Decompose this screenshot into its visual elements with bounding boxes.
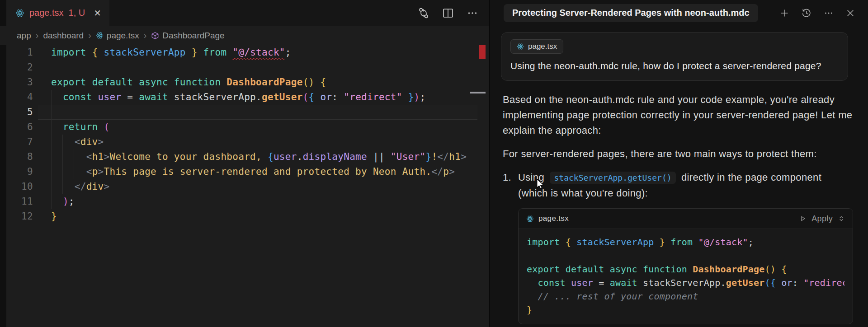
breadcrumb-dashboard[interactable]: dashboard bbox=[43, 31, 84, 41]
code-token: import bbox=[527, 237, 560, 248]
line-number: 5 bbox=[0, 105, 38, 120]
breadcrumb-separator: › bbox=[36, 30, 39, 41]
breadcrumb-app[interactable]: app bbox=[17, 31, 31, 41]
code-text bbox=[38, 105, 477, 120]
code-token bbox=[186, 47, 192, 58]
response-paragraph: For server-rendered pages, there are two… bbox=[503, 146, 853, 162]
code-line: const user = await stackServerApp.getUse… bbox=[527, 276, 844, 290]
app-window: page.tsx 1, U ✕ app › dashboard › bbox=[0, 0, 868, 327]
breadcrumb-symbol-label: DashboardPage bbox=[162, 31, 224, 41]
code-text: } bbox=[38, 209, 489, 224]
new-chat-icon[interactable] bbox=[779, 8, 790, 19]
editor-tab-bar: page.tsx 1, U ✕ bbox=[6, 0, 489, 26]
code-token: getUser bbox=[726, 277, 765, 288]
code-token: Welcome to your dashboard, bbox=[109, 151, 267, 162]
code-line[interactable]: 4 const user = await stackServerApp.getU… bbox=[0, 90, 489, 105]
expand-chevron-icon[interactable] bbox=[838, 215, 845, 222]
code-line[interactable]: 7 <div> bbox=[0, 135, 489, 149]
code-token: "redirect" bbox=[344, 92, 402, 103]
line-number: 11 bbox=[0, 194, 38, 209]
code-token: ; bbox=[420, 92, 426, 103]
code-token: from bbox=[203, 47, 227, 58]
code-token bbox=[776, 264, 781, 275]
code-token bbox=[776, 277, 781, 288]
code-token: stackServerApp. bbox=[637, 277, 726, 288]
code-token: displayName bbox=[303, 151, 367, 162]
code-text: <div> bbox=[38, 135, 489, 149]
code-token: { bbox=[566, 237, 571, 248]
breadcrumb-file-label: page.tsx bbox=[107, 31, 139, 41]
code-token: user bbox=[98, 92, 122, 103]
close-panel-icon[interactable] bbox=[845, 8, 855, 18]
code-token: default bbox=[566, 264, 604, 275]
code-token: } bbox=[192, 47, 198, 58]
code-token: p bbox=[92, 166, 98, 177]
code-line[interactable]: 10 </div> bbox=[0, 179, 489, 194]
code-editor[interactable]: 1import { stackServerApp } from "@/stack… bbox=[0, 45, 489, 327]
code-token: This page is server-rendered and protect… bbox=[104, 166, 432, 177]
line-number: 4 bbox=[0, 90, 38, 105]
react-icon bbox=[517, 43, 524, 50]
code-line[interactable]: 1import { stackServerApp } from "@/stack… bbox=[0, 45, 489, 60]
code-text: import { stackServerApp } from "@/stack"… bbox=[38, 45, 489, 60]
code-token: div bbox=[86, 181, 104, 192]
react-icon bbox=[96, 32, 104, 39]
more-actions-icon[interactable] bbox=[467, 7, 478, 19]
code-token: ({ bbox=[764, 277, 775, 288]
code-token: default bbox=[92, 77, 133, 88]
code-token: ; bbox=[69, 196, 75, 207]
code-token: } bbox=[660, 237, 665, 248]
code-token: return bbox=[63, 121, 98, 132]
chat-panel: Protecting Server-Rendered Pages with ne… bbox=[489, 0, 868, 327]
chat-title-tab[interactable]: Protecting Server-Rendered Pages with ne… bbox=[504, 4, 758, 22]
tab-page-tsx[interactable]: page.tsx 1, U ✕ bbox=[6, 0, 109, 26]
attached-file-name: page.tsx bbox=[528, 42, 557, 51]
code-token bbox=[51, 121, 63, 132]
code-token bbox=[226, 47, 232, 58]
code-token bbox=[168, 77, 174, 88]
code-token: . bbox=[297, 151, 303, 162]
apply-button[interactable]: Apply bbox=[811, 211, 833, 226]
attached-file-chip[interactable]: page.tsx bbox=[510, 39, 563, 54]
code-token: } bbox=[425, 151, 431, 162]
breadcrumb-file[interactable]: page.tsx bbox=[96, 31, 139, 41]
code-token: const bbox=[63, 92, 92, 103]
code-line[interactable]: 2 bbox=[0, 60, 489, 75]
tab-close-icon[interactable]: ✕ bbox=[94, 8, 101, 19]
code-line-current[interactable]: 5 bbox=[0, 105, 489, 120]
history-icon[interactable] bbox=[801, 8, 812, 19]
code-token bbox=[687, 264, 693, 275]
code-token bbox=[560, 264, 565, 275]
code-token bbox=[51, 151, 86, 162]
more-options-icon[interactable] bbox=[823, 8, 834, 19]
editor-pane: page.tsx 1, U ✕ app › dashboard › bbox=[0, 0, 489, 327]
split-editor-icon[interactable] bbox=[442, 7, 454, 19]
code-token bbox=[98, 121, 104, 132]
breadcrumb-separator: › bbox=[88, 30, 91, 41]
tab-problems-badge: 1, U bbox=[69, 8, 85, 18]
code-token: < bbox=[75, 136, 80, 147]
code-token: { bbox=[309, 92, 315, 103]
code-token: </ bbox=[437, 151, 449, 162]
code-token bbox=[315, 92, 321, 103]
code-token: > bbox=[98, 136, 104, 147]
code-line[interactable]: 11 ); bbox=[0, 194, 489, 209]
code-line[interactable]: 6 return ( bbox=[0, 120, 489, 135]
open-changes-icon[interactable] bbox=[418, 7, 429, 19]
code-text: </div> bbox=[38, 179, 489, 194]
code-token bbox=[51, 196, 63, 207]
line-number: 9 bbox=[0, 164, 38, 179]
code-token bbox=[665, 237, 670, 248]
code-token: ! bbox=[431, 151, 437, 162]
code-token: DashboardPage bbox=[226, 77, 302, 88]
code-line[interactable]: 12} bbox=[0, 209, 489, 224]
breadcrumb-symbol[interactable]: DashboardPage bbox=[151, 31, 224, 41]
indent-guide bbox=[62, 135, 63, 194]
code-token: async bbox=[139, 77, 168, 88]
code-line[interactable]: 3export default async function Dashboard… bbox=[0, 75, 489, 90]
code-token: "User" bbox=[391, 151, 426, 162]
user-message-card[interactable]: page.tsx Using the neon-auth.mdc rule, h… bbox=[501, 32, 848, 81]
code-token: // ... rest of your component bbox=[538, 291, 698, 302]
line-number: 8 bbox=[0, 149, 38, 164]
code-token: } bbox=[527, 304, 532, 315]
